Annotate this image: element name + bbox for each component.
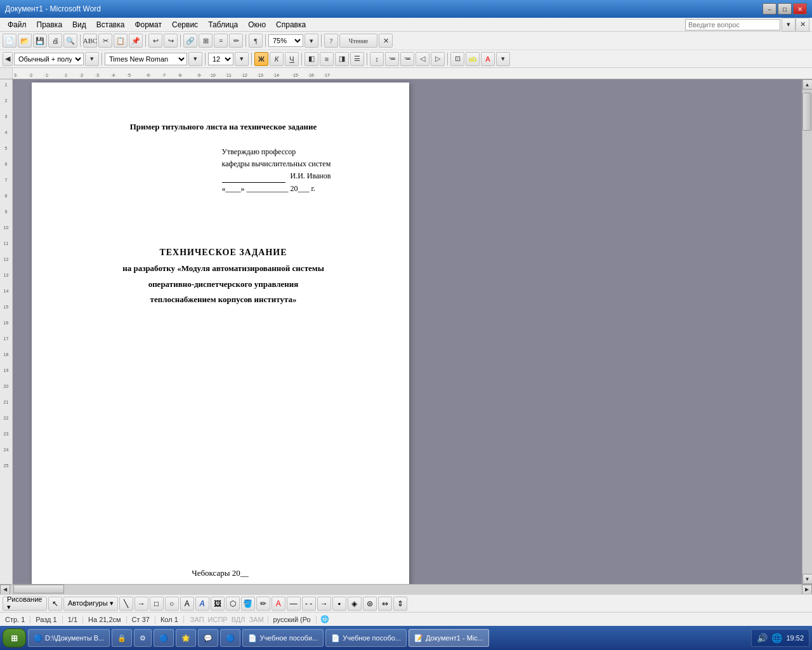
font-select[interactable]: Times New Roman xyxy=(105,53,187,65)
reading-mode-button[interactable]: Чтение xyxy=(339,34,377,48)
close-button[interactable]: ✕ xyxy=(793,3,807,15)
start-button[interactable]: ⊞ xyxy=(3,628,26,647)
wordart-tool[interactable]: A xyxy=(195,597,209,611)
underline-button[interactable]: Ч xyxy=(285,52,299,66)
scroll-down-button[interactable]: ▼ xyxy=(802,574,813,584)
paste-button[interactable]: 📌 xyxy=(129,34,143,48)
search-button[interactable]: ▾ xyxy=(782,18,796,32)
clipart-tool[interactable]: 🖼 xyxy=(211,597,225,611)
italic-button[interactable]: К xyxy=(270,52,284,66)
horizontal-scrollbar[interactable]: ◀ ▶ xyxy=(0,584,812,594)
search-close-button[interactable]: ✕ xyxy=(796,18,809,32)
size-dropdown[interactable]: ▾ xyxy=(235,52,249,66)
drawing-label[interactable]: Рисование ▾ xyxy=(3,597,47,611)
font-color-dropdown[interactable]: ▾ xyxy=(496,52,510,66)
scroll-up-button[interactable]: ▲ xyxy=(802,79,813,90)
h-scroll-thumb[interactable] xyxy=(13,585,64,594)
scroll-thumb[interactable] xyxy=(802,93,811,131)
open-button[interactable]: 📂 xyxy=(18,34,32,48)
table-button[interactable]: ⊞ xyxy=(199,34,213,48)
arrow-tool[interactable]: → xyxy=(134,597,148,611)
menu-tools[interactable]: Сервис xyxy=(167,19,203,30)
autoshapes-button[interactable]: Автофигуры ▾ xyxy=(63,597,118,611)
taskbar-btn-2[interactable]: 🔒 xyxy=(112,629,132,647)
bold-button[interactable]: Ж xyxy=(254,52,268,66)
menu-view[interactable]: Вид xyxy=(67,19,91,30)
h-scroll-track[interactable] xyxy=(10,585,802,594)
menu-help[interactable]: Справка xyxy=(271,19,311,30)
search-input[interactable] xyxy=(685,19,780,30)
decrease-indent-button[interactable]: ◁ xyxy=(416,52,429,66)
textbox-tool[interactable]: A xyxy=(180,597,194,611)
columns-button[interactable]: ≡ xyxy=(214,34,228,48)
scroll-track[interactable] xyxy=(802,90,812,574)
style-arrow[interactable]: ◀ xyxy=(3,52,13,66)
undo-button[interactable]: ↩ xyxy=(148,34,162,48)
numbering-button[interactable]: ≔ xyxy=(385,52,399,66)
print-button[interactable]: 🖨 xyxy=(48,34,62,48)
format-marks-button[interactable]: ¶ xyxy=(249,34,263,48)
taskbar-btn-1[interactable]: 🔵 D:\\Документы В... xyxy=(28,629,110,647)
hyperlink-button[interactable]: 🔗 xyxy=(183,34,197,48)
help-button[interactable]: ? xyxy=(324,34,338,48)
3d-style-button[interactable]: ◈ xyxy=(348,597,362,611)
arrow-style-button[interactable]: → xyxy=(317,597,331,611)
line-color-button[interactable]: ✏ xyxy=(256,597,270,611)
taskbar-btn-6[interactable]: 💬 xyxy=(198,629,218,647)
reading-close-button[interactable]: ✕ xyxy=(379,34,393,48)
taskbar-btn-4[interactable]: 🔵 xyxy=(154,629,174,647)
zoom-select[interactable]: 75% 100% xyxy=(268,34,303,47)
menu-edit[interactable]: Правка xyxy=(32,19,68,30)
redo-button[interactable]: ↪ xyxy=(164,34,178,48)
menu-insert[interactable]: Вставка xyxy=(91,19,130,30)
print-preview-button[interactable]: 🔍 xyxy=(63,34,77,48)
diagram-tool[interactable]: ⬡ xyxy=(226,597,240,611)
select-objects-button[interactable]: ↖ xyxy=(48,597,62,611)
taskbar-btn-5[interactable]: 🌟 xyxy=(176,629,196,647)
dash-style-button[interactable]: - - xyxy=(302,597,316,611)
highlight-button[interactable]: ab xyxy=(466,52,480,66)
fill-color-button[interactable]: 🪣 xyxy=(241,597,255,611)
scroll-right-button[interactable]: ▶ xyxy=(802,585,812,595)
style-dropdown[interactable]: ▾ xyxy=(85,52,99,66)
vertical-scrollbar[interactable]: ▲ ▼ xyxy=(802,79,812,584)
zoom-dropdown[interactable]: ▾ xyxy=(304,34,318,48)
cut-button[interactable]: ✂ xyxy=(98,34,112,48)
scroll-left-button[interactable]: ◀ xyxy=(0,585,10,595)
bullets-button[interactable]: ≔ xyxy=(400,52,414,66)
outside-border-button[interactable]: ⊡ xyxy=(450,52,464,66)
taskbar-btn-10[interactable]: 📝 Документ1 - Mic... xyxy=(409,629,489,647)
vertical-align-button[interactable]: ⇕ xyxy=(393,597,407,611)
align-right-button[interactable]: ◨ xyxy=(335,52,349,66)
line-tool[interactable]: ╲ xyxy=(119,597,133,611)
drawing-button[interactable]: ✏ xyxy=(229,34,243,48)
increase-indent-button[interactable]: ▷ xyxy=(431,52,445,66)
document-area[interactable]: Пример титульного листа на техническое з… xyxy=(13,79,428,584)
style-select[interactable]: Обычный + полу xyxy=(14,53,84,65)
document-page[interactable]: Пример титульного листа на техническое з… xyxy=(32,83,409,584)
copy-button[interactable]: 📋 xyxy=(114,34,128,48)
minimize-button[interactable]: – xyxy=(763,3,776,15)
shadow-style-button[interactable]: ▪ xyxy=(332,597,346,611)
taskbar-btn-9[interactable]: 📄 Учебное пособо... xyxy=(325,629,407,647)
align-justify-button[interactable]: ☰ xyxy=(350,52,364,66)
taskbar-btn-3[interactable]: ⚙ xyxy=(134,629,152,647)
taskbar-btn-7[interactable]: 🔵 xyxy=(220,629,240,647)
font-color-draw-button[interactable]: A xyxy=(272,597,285,611)
font-dropdown[interactable]: ▾ xyxy=(188,52,202,66)
maximize-button[interactable]: □ xyxy=(778,3,792,15)
spell-check-button[interactable]: ABC xyxy=(83,34,97,48)
align-left-button[interactable]: ◧ xyxy=(304,52,318,66)
menu-format[interactable]: Формат xyxy=(129,19,167,30)
align-distribute-button[interactable]: ⊜ xyxy=(363,597,377,611)
align-center-button[interactable]: ≡ xyxy=(320,52,334,66)
menu-table[interactable]: Таблица xyxy=(203,19,243,30)
save-button[interactable]: 💾 xyxy=(33,34,47,48)
new-button[interactable]: 📄 xyxy=(3,34,16,48)
oval-tool[interactable]: ○ xyxy=(165,597,179,611)
font-color-button[interactable]: A xyxy=(481,52,495,66)
taskbar-btn-8[interactable]: 📄 Учебное пособи... xyxy=(242,629,324,647)
align-horiz-button[interactable]: ⇔ xyxy=(378,597,392,611)
line-spacing-button[interactable]: ↕ xyxy=(370,52,384,66)
rect-tool[interactable]: □ xyxy=(150,597,164,611)
